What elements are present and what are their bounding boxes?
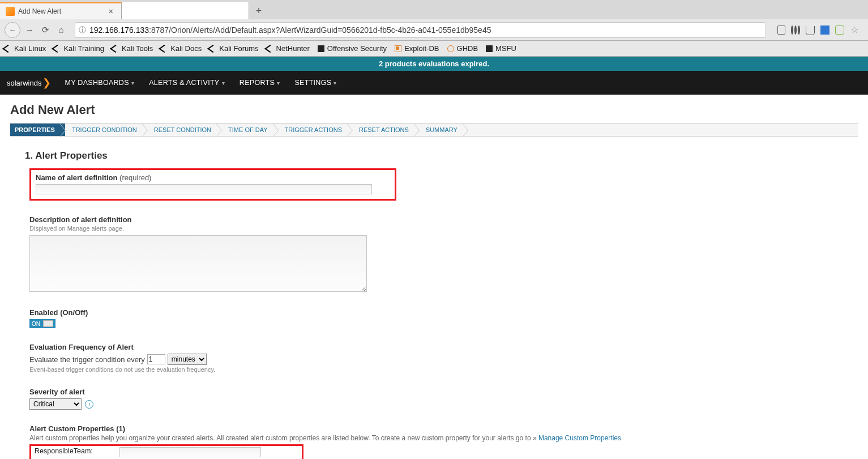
wizard-step-time-of-day[interactable]: TIME OF DAY [221, 124, 277, 136]
alert-name-label: Name of alert definition (required) [36, 173, 390, 182]
bookmark-kali-linux[interactable]: Kali Linux [5, 44, 46, 53]
kali-icon [159, 45, 170, 53]
eval-frequency-input[interactable] [147, 354, 165, 364]
url-bar[interactable]: ⓘ 192.168.176.133:8787/Orion/Alerts/Add/… [75, 22, 766, 38]
toggle-knob [43, 320, 53, 327]
bookmark-kali-docs[interactable]: Kali Docs [161, 44, 202, 53]
bookmark-nethunter[interactable]: NetHunter [267, 44, 310, 53]
bookmark-kali-training[interactable]: Kali Training [54, 44, 104, 53]
windows-icon[interactable] [820, 26, 829, 35]
bookmarks-bar: Kali Linux Kali Training Kali Tools Kali… [0, 41, 868, 57]
caret-down-icon: ▾ [222, 80, 225, 86]
back-button[interactable]: ← [5, 22, 20, 38]
pocket-icon[interactable] [806, 26, 815, 35]
reader-mode-icon[interactable] [777, 26, 785, 35]
caret-down-icon: ▾ [333, 80, 336, 86]
tab-close-icon[interactable]: × [106, 7, 116, 16]
home-button[interactable]: ⌂ [54, 25, 68, 35]
info-icon[interactable]: i [85, 400, 93, 409]
msfu-icon [486, 45, 493, 52]
wizard-step-trigger-condition[interactable]: TRIGGER CONDITION [65, 124, 147, 136]
nav-my-dashboards[interactable]: MY DASHBOARDS▾ [65, 79, 134, 87]
ghdb-icon [447, 45, 454, 52]
custom-props-heading: Alert Custom Properties (1) [29, 424, 858, 433]
star-icon[interactable]: ☆ [850, 26, 859, 35]
reload-button[interactable]: ⟳ [39, 25, 52, 35]
kali-icon [207, 45, 219, 53]
alert-description-label: Description of alert definition [29, 215, 858, 224]
bookmark-ghdb[interactable]: GHDB [447, 44, 478, 53]
alert-description-hint: Displayed on Manage alerts page. [29, 225, 858, 232]
tab-title: Add New Alert [18, 7, 106, 15]
browser-tab-empty[interactable] [122, 2, 249, 19]
caret-down-icon: ▾ [131, 80, 134, 86]
kali-icon [264, 45, 276, 53]
kali-icon [52, 45, 63, 53]
enabled-toggle[interactable]: ON [29, 319, 55, 328]
tab-favicon [6, 7, 15, 16]
flame-icon: ❯ [42, 76, 51, 89]
caret-down-icon: ▾ [277, 80, 280, 86]
extension-icon[interactable] [835, 26, 844, 35]
manage-custom-properties-link[interactable]: Manage Custom Properties [538, 434, 621, 442]
alert-description-textarea[interactable] [29, 235, 367, 292]
bookmark-offensive-security[interactable]: Offensive Security [318, 44, 387, 53]
wizard-step-trigger-actions[interactable]: TRIGGER ACTIONS [278, 124, 352, 136]
brand-logo[interactable]: solarwinds❯ [7, 76, 51, 89]
custom-props-desc: Alert custom properties help you organiz… [29, 434, 858, 442]
custom-property-name: ResponsibleTeam: [35, 447, 119, 459]
site-info-icon[interactable]: ⓘ [79, 25, 86, 35]
eval-frequency-unit-select[interactable]: minutes [168, 354, 207, 365]
custom-property-row-highlight: ResponsibleTeam: The team responsible fo… [29, 444, 303, 459]
eval-frequency-hint: Event-based trigger conditions do not us… [29, 366, 858, 373]
wizard-step-properties[interactable]: PROPERTIES [10, 124, 65, 136]
new-tab-button[interactable]: + [249, 2, 268, 19]
severity-label: Severity of alert [29, 388, 858, 396]
forward-button: → [23, 25, 36, 35]
exploitdb-icon [395, 45, 401, 52]
nav-settings[interactable]: SETTINGS▾ [294, 79, 336, 87]
main-nav: solarwinds❯ MY DASHBOARDS▾ ALERTS & ACTI… [0, 71, 868, 95]
eval-frequency-label: Evaluation Frequency of Alert [29, 343, 858, 351]
alert-name-highlight-box: Name of alert definition (required) [29, 168, 396, 201]
bookmark-kali-forums[interactable]: Kali Forums [209, 44, 258, 53]
url-host: 192.168.176.133 [89, 26, 149, 35]
enabled-label: Enabled (On/Off) [29, 308, 858, 317]
browser-tab-active[interactable]: Add New Alert × [0, 2, 122, 19]
wizard-step-reset-actions[interactable]: RESET ACTIONS [352, 124, 419, 136]
bookmark-msfu[interactable]: MSFU [486, 44, 516, 53]
url-path: :8787/Orion/Alerts/Add/Default.aspx?Aler… [149, 26, 491, 35]
offsec-icon [318, 45, 324, 52]
wizard-step-summary[interactable]: SUMMARY [419, 124, 468, 136]
severity-select[interactable]: Critical [29, 398, 82, 410]
custom-property-input[interactable] [119, 447, 261, 457]
wizard-step-reset-condition[interactable]: RESET CONDITION [147, 124, 221, 136]
nav-reports[interactable]: REPORTS▾ [240, 79, 280, 87]
eval-frequency-text: Evaluate the trigger condition every [29, 355, 145, 364]
kali-icon [110, 45, 121, 53]
evaluation-expired-banner[interactable]: 2 products evaluations expired. [0, 57, 868, 71]
more-icon[interactable] [791, 26, 800, 35]
nav-alerts-activity[interactable]: ALERTS & ACTIVITY▾ [149, 79, 225, 87]
kali-icon [2, 45, 14, 53]
page-title: Add New Alert [10, 103, 858, 117]
wizard-steps: PROPERTIES TRIGGER CONDITION RESET CONDI… [10, 123, 858, 137]
section-heading: 1. Alert Properties [25, 150, 858, 162]
alert-name-input[interactable] [36, 184, 372, 194]
bookmark-kali-tools[interactable]: Kali Tools [112, 44, 153, 53]
bookmark-exploit-db[interactable]: Exploit-DB [395, 44, 439, 53]
